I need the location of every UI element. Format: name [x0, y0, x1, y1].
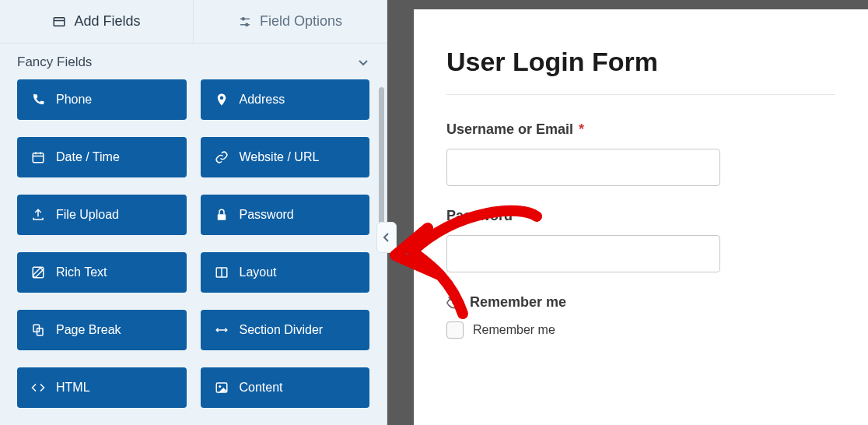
required-asterisk: * [579, 121, 584, 137]
svg-point-3 [242, 17, 244, 19]
sidebar-fields-panel: Add Fields Field Options Fancy Fields Ph… [0, 0, 387, 425]
image-icon [215, 381, 229, 395]
password-input[interactable] [446, 235, 720, 272]
svg-point-18 [219, 385, 221, 388]
field-upload-label: File Upload [56, 208, 119, 222]
svg-rect-10 [217, 214, 226, 220]
sliders-icon [238, 15, 252, 29]
field-password-preview[interactable]: Password * [446, 208, 835, 272]
link-icon [215, 150, 229, 164]
remember-title: Remember me [470, 294, 566, 311]
chevron-down-icon [357, 56, 369, 68]
eye-off-icon [446, 295, 462, 311]
password-label: Password * [446, 208, 835, 224]
remember-checkbox-row[interactable]: Remember me [446, 321, 835, 339]
field-password-label: Password [240, 208, 294, 222]
field-password[interactable]: Password [201, 195, 370, 235]
field-pagebreak[interactable]: Page Break [17, 310, 187, 350]
pagebreak-icon [31, 323, 45, 337]
field-datetime-label: Date / Time [56, 150, 120, 164]
form-divider [446, 94, 835, 95]
field-username[interactable]: Username or Email * [446, 121, 835, 186]
panel-tabs: Add Fields Field Options [0, 0, 387, 44]
edit-icon [31, 265, 45, 279]
code-icon [31, 381, 45, 395]
tab-add-fields-label: Add Fields [74, 13, 140, 30]
field-sectiondivider[interactable]: Section Divider [201, 310, 370, 350]
map-pin-icon [215, 93, 229, 107]
field-address[interactable]: Address [201, 79, 370, 120]
add-fields-icon [52, 15, 66, 29]
field-website[interactable]: Website / URL [201, 137, 370, 177]
layout-icon [215, 265, 229, 279]
field-upload[interactable]: File Upload [17, 195, 187, 235]
field-website-label: Website / URL [240, 150, 320, 164]
svg-point-5 [246, 23, 248, 26]
svg-rect-0 [54, 17, 65, 26]
field-richtext-label: Rich Text [56, 265, 107, 279]
field-layout-label: Layout [240, 265, 277, 279]
field-richtext[interactable]: Rich Text [17, 252, 187, 293]
section-title: Fancy Fields [17, 54, 92, 70]
phone-icon [31, 93, 45, 107]
field-layout[interactable]: Layout [201, 252, 370, 293]
field-sectiondivider-label: Section Divider [240, 323, 324, 337]
field-remember[interactable]: Remember me Remember me [446, 294, 835, 339]
required-asterisk: * [518, 208, 523, 223]
field-pagebreak-label: Page Break [56, 323, 121, 337]
tab-field-options[interactable]: Field Options [193, 0, 387, 43]
upload-icon [31, 208, 45, 222]
collapse-panel-button[interactable] [376, 222, 397, 253]
field-address-label: Address [240, 93, 285, 107]
tab-add-fields[interactable]: Add Fields [0, 0, 193, 43]
chevron-left-icon [383, 233, 390, 242]
form-title: User Login Form [446, 47, 835, 77]
field-content[interactable]: Content [201, 367, 370, 408]
form-preview: User Login Form Username or Email * Pass… [414, 9, 868, 425]
field-phone[interactable]: Phone [17, 79, 187, 120]
svg-rect-6 [33, 153, 44, 163]
lock-icon [215, 208, 229, 222]
section-fancy-fields-header[interactable]: Fancy Fields [0, 44, 387, 79]
calendar-icon [31, 150, 45, 164]
field-content-label: Content [240, 381, 283, 395]
field-html[interactable]: HTML [17, 367, 187, 408]
field-phone-label: Phone [56, 93, 92, 107]
username-input[interactable] [446, 149, 720, 186]
divider-icon [215, 323, 229, 337]
tab-field-options-label: Field Options [260, 13, 342, 30]
remember-header: Remember me [446, 294, 835, 311]
remember-checkbox-label: Remember me [473, 323, 555, 337]
remember-checkbox[interactable] [446, 321, 464, 339]
preview-area: User Login Form Username or Email * Pass… [387, 0, 868, 425]
fancy-fields-grid: Phone Address Date / Time Website / URL … [0, 79, 387, 425]
field-html-label: HTML [56, 381, 90, 395]
field-datetime[interactable]: Date / Time [17, 137, 187, 177]
username-label: Username or Email * [446, 121, 835, 138]
